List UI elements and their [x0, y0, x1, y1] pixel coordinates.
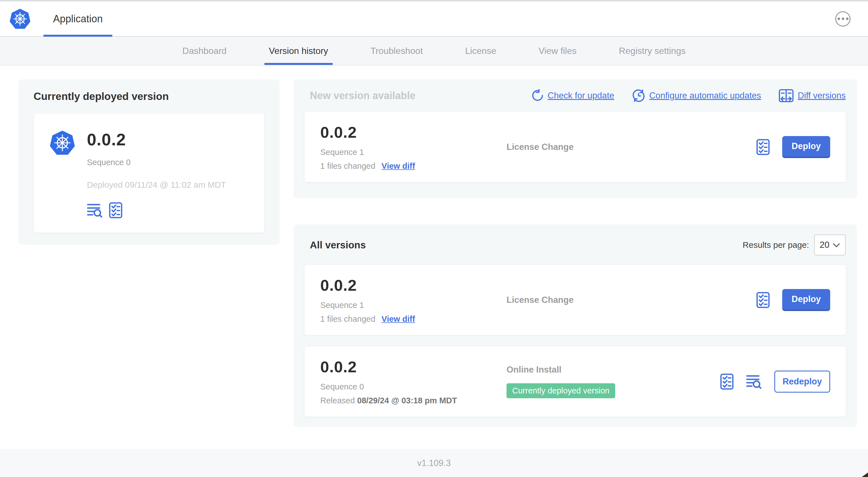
kubernetes-logo-icon: [49, 130, 75, 156]
results-per-page-value: 20: [820, 240, 829, 250]
view-logs-button[interactable]: [87, 203, 103, 218]
new-version-row: 0.0.2 Sequence 1 1 files changed View di…: [304, 112, 846, 182]
diff-versions-link[interactable]: Diff versions: [779, 89, 846, 102]
configure-automatic-updates-link[interactable]: Configure automatic updates: [632, 89, 761, 102]
results-per-page-select[interactable]: 20: [814, 235, 846, 256]
tab-label: Version history: [269, 46, 328, 56]
diff-icon: [779, 89, 794, 102]
checklist-icon: [109, 202, 122, 218]
all-versions-panel: All versions Results per page: 20 0.0.2 …: [293, 225, 857, 427]
kubernetes-logo-icon: [9, 8, 31, 30]
tab-license[interactable]: License: [461, 37, 501, 65]
deployed-timestamp: Deployed 09/11/24 @ 11:02 am MDT: [87, 180, 226, 190]
cursor-artifact: [862, 473, 868, 477]
tab-label: Dashboard: [182, 46, 226, 56]
results-per-page-label: Results per page:: [743, 240, 809, 250]
row-version-number: 0.0.2: [320, 123, 506, 141]
redeploy-button[interactable]: Redeploy: [774, 370, 830, 393]
deploy-button[interactable]: Deploy: [782, 136, 830, 158]
version-source-label: License Change: [506, 142, 756, 152]
secondary-nav: Dashboard Version history Troubleshoot L…: [0, 37, 868, 65]
new-version-title: New version available: [310, 90, 415, 101]
view-diff-link[interactable]: View diff: [381, 315, 415, 324]
checklist-icon: [756, 292, 770, 308]
tab-label: View files: [539, 46, 577, 56]
main-content: Currently deployed version 0.0.2 Sequenc…: [0, 65, 868, 427]
tab-label: License: [465, 46, 496, 56]
released-date: 08/29/24 @ 03:18 pm MDT: [357, 396, 457, 405]
checklist-icon: [756, 139, 770, 155]
version-source-label: License Change: [506, 295, 756, 305]
all-versions-title: All versions: [310, 239, 366, 251]
row-sequence: Sequence 1: [320, 301, 506, 310]
diff-versions-label: Diff versions: [798, 91, 846, 101]
tab-active-underline: [265, 63, 333, 65]
row-version-number: 0.0.2: [320, 276, 506, 294]
ellipsis-icon: [846, 18, 848, 20]
tab-label: Troubleshoot: [371, 46, 423, 56]
version-source-label: Online Install: [506, 365, 720, 375]
view-diff-link[interactable]: View diff: [381, 161, 415, 171]
check-for-update-link[interactable]: Check for update: [531, 89, 614, 102]
tab-dashboard[interactable]: Dashboard: [178, 37, 231, 65]
row-sequence: Sequence 1: [320, 148, 506, 157]
console-version: v1.109.3: [417, 458, 451, 468]
view-logs-button[interactable]: [746, 374, 762, 389]
currently-deployed-title: Currently deployed version: [34, 91, 265, 102]
logs-icon: [87, 203, 103, 218]
ellipsis-icon: [838, 18, 840, 20]
tab-troubleshoot[interactable]: Troubleshoot: [366, 37, 428, 65]
files-changed-label: 1 files changed: [320, 161, 375, 171]
deployed-sequence: Sequence 0: [87, 158, 226, 167]
app-logo: [9, 1, 31, 36]
ellipsis-icon: [842, 18, 844, 20]
tab-version-history[interactable]: Version history: [265, 37, 333, 65]
logs-icon: [746, 374, 762, 389]
preflight-checks-button[interactable]: [720, 374, 734, 390]
app-tab-active-underline: [43, 35, 112, 37]
tab-label: Registry settings: [619, 46, 686, 56]
row-version-number: 0.0.2: [320, 358, 506, 376]
tab-registry-settings[interactable]: Registry settings: [614, 37, 690, 65]
chevron-down-icon: [833, 242, 840, 248]
refresh-icon: [531, 89, 544, 102]
version-row: 0.0.2 Sequence 0 Released 08/29/24 @ 03:…: [304, 346, 846, 417]
app-tab[interactable]: Application: [43, 1, 112, 36]
currently-deployed-panel: Currently deployed version 0.0.2 Sequenc…: [18, 79, 280, 245]
released-label: Released: [320, 396, 355, 405]
checklist-icon: [720, 374, 734, 390]
deploy-button[interactable]: Deploy: [782, 289, 830, 311]
preflight-checks-button[interactable]: [756, 139, 770, 155]
tab-view-files[interactable]: View files: [534, 37, 581, 65]
deployed-version-number: 0.0.2: [87, 130, 226, 149]
version-row: 0.0.2 Sequence 1 1 files changed View di…: [304, 265, 846, 335]
new-version-panel: New version available Check for update C…: [293, 79, 857, 198]
deployed-version-card: 0.0.2 Sequence 0 Deployed 09/11/24 @ 11:…: [34, 113, 265, 233]
footer: v1.109.3: [0, 449, 868, 477]
schedule-update-icon: [632, 89, 645, 102]
app-tab-label: Application: [53, 13, 103, 25]
preflight-checks-button[interactable]: [109, 202, 122, 218]
check-for-update-label: Check for update: [548, 91, 614, 101]
overflow-menu-button[interactable]: [835, 11, 850, 27]
app-icon: [49, 130, 75, 156]
configure-automatic-updates-label: Configure automatic updates: [649, 91, 761, 101]
preflight-checks-button[interactable]: [756, 292, 770, 308]
currently-deployed-badge: Currently deployed version: [506, 383, 615, 398]
files-changed-label: 1 files changed: [320, 315, 375, 324]
row-sequence: Sequence 0: [320, 382, 506, 391]
app-header: Application: [0, 1, 868, 37]
